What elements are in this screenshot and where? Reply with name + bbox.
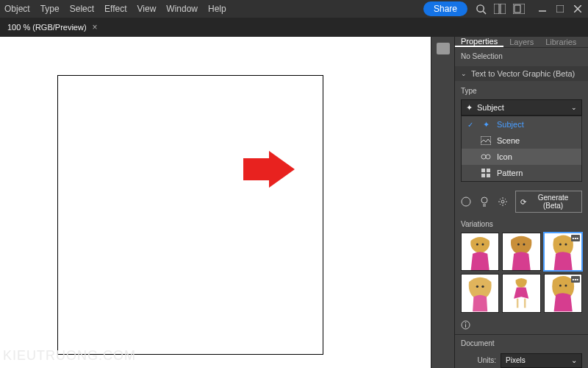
comments-icon[interactable] — [437, 43, 450, 54]
type-option-subject[interactable]: ✓ ✦ Subject — [462, 116, 581, 132]
svg-point-45 — [559, 285, 562, 287]
variation-thumb-2[interactable] — [502, 233, 540, 271]
svg-point-30 — [523, 244, 526, 246]
menubar: Object Type Select Effect View Window He… — [0, 0, 588, 18]
text-to-vector-title: Text to Vector Graphic (Beta) — [471, 69, 575, 78]
svg-point-29 — [517, 244, 520, 246]
share-button[interactable]: Share — [423, 1, 467, 16]
pattern-icon — [481, 168, 491, 178]
variation-thumb-5[interactable] — [502, 274, 540, 312]
svg-line-1 — [483, 11, 486, 14]
maximize-icon[interactable] — [554, 3, 566, 15]
no-selection-label: No Selection — [461, 52, 582, 60]
sparkle-icon: ✦ — [481, 119, 491, 130]
type-dropdown-value: Subject — [477, 103, 504, 112]
tab-layers[interactable]: Layers — [503, 37, 539, 47]
svg-point-18 — [462, 197, 470, 206]
menu-help[interactable]: Help — [208, 4, 226, 14]
canvas-area[interactable]: KIEUTRUONG.COM — [0, 37, 431, 368]
sparkle-icon: ✦ — [466, 103, 473, 113]
type-option-pattern[interactable]: Pattern — [462, 165, 581, 181]
svg-point-12 — [481, 155, 486, 159]
svg-point-33 — [559, 244, 562, 246]
svg-rect-16 — [481, 174, 485, 177]
chevron-down-icon: ⌄ — [461, 70, 467, 77]
svg-point-46 — [564, 285, 567, 287]
type-dropdown[interactable]: ✦ Subject ⌄ — [461, 99, 582, 116]
variation-thumb-3[interactable]: ••• — [544, 233, 582, 271]
svg-point-22 — [501, 200, 504, 203]
svg-rect-5 — [514, 5, 520, 13]
menu-effect[interactable]: Effect — [104, 4, 126, 14]
svg-point-13 — [486, 155, 490, 159]
menu-view[interactable]: View — [137, 4, 157, 14]
annotation-arrow — [243, 151, 295, 188]
icon-type-icon — [481, 152, 491, 162]
generate-icon: ⟳ — [520, 198, 526, 206]
info-icon[interactable] — [461, 320, 582, 330]
generate-label: Generate (Beta) — [529, 194, 577, 210]
svg-rect-17 — [487, 174, 490, 177]
tab-close-icon[interactable]: × — [93, 22, 98, 32]
units-label: Units: — [461, 356, 496, 364]
menu-type[interactable]: Type — [40, 4, 60, 14]
svg-point-0 — [476, 4, 483, 11]
more-icon[interactable]: ••• — [571, 235, 580, 241]
variation-thumb-4[interactable] — [461, 274, 499, 312]
svg-point-19 — [481, 197, 487, 203]
svg-point-49 — [465, 322, 467, 323]
type-option-label: Subject — [497, 120, 524, 129]
variations-label: Variations — [461, 220, 582, 228]
type-option-label: Pattern — [497, 169, 523, 177]
type-option-icon[interactable]: Icon — [462, 149, 581, 165]
svg-rect-3 — [501, 4, 506, 14]
variation-thumb-1[interactable] — [461, 233, 499, 271]
svg-rect-7 — [556, 5, 564, 13]
check-icon: ✓ — [467, 121, 475, 129]
color-picker-icon[interactable] — [461, 196, 472, 208]
document-tab-label: 100 % (RGB/Preview) — [7, 23, 87, 32]
units-select[interactable]: Pixels⌄ — [501, 353, 582, 368]
chevron-down-icon: ⌄ — [571, 104, 577, 111]
lightbulb-icon[interactable] — [479, 196, 490, 208]
svg-point-38 — [481, 286, 484, 288]
more-icon[interactable]: ••• — [571, 276, 580, 283]
minimize-icon[interactable] — [537, 3, 548, 15]
collapsed-panel-strip — [431, 37, 454, 368]
svg-point-26 — [481, 244, 484, 246]
variation-thumb-6[interactable]: ••• — [544, 274, 582, 312]
svg-point-34 — [564, 244, 567, 246]
document-section-title: Document — [461, 339, 582, 347]
svg-point-37 — [476, 286, 478, 288]
svg-point-25 — [476, 244, 478, 246]
tab-libraries[interactable]: Libraries — [539, 37, 582, 47]
close-icon[interactable] — [572, 3, 584, 15]
svg-rect-14 — [481, 169, 485, 172]
scene-icon — [481, 135, 491, 146]
type-dropdown-menu: ✓ ✦ Subject Scene Icon Pattern — [461, 116, 582, 182]
gear-icon[interactable] — [497, 196, 508, 208]
type-option-label: Scene — [497, 136, 520, 145]
svg-rect-2 — [494, 4, 499, 14]
tab-properties[interactable]: Properties — [455, 37, 503, 47]
workspace-icon[interactable] — [513, 3, 525, 15]
menu-window[interactable]: Window — [166, 4, 198, 14]
properties-panel: Properties Layers Libraries No Selection… — [454, 37, 588, 368]
generate-button[interactable]: ⟳ Generate (Beta) — [515, 191, 582, 213]
svg-rect-15 — [487, 169, 490, 172]
document-tab[interactable]: 100 % (RGB/Preview) × — [0, 18, 105, 37]
search-icon[interactable] — [475, 3, 487, 15]
type-option-scene[interactable]: Scene — [462, 132, 581, 149]
menu-object[interactable]: Object — [4, 4, 30, 14]
document-tab-bar: 100 % (RGB/Preview) × — [0, 18, 588, 37]
artboard-rectangle[interactable] — [57, 75, 323, 355]
watermark-text: KIEUTRUONG.COM — [3, 348, 136, 364]
chevron-down-icon: ⌄ — [571, 356, 577, 364]
svg-marker-10 — [243, 151, 295, 188]
menu-select[interactable]: Select — [70, 4, 94, 14]
text-to-vector-header[interactable]: ⌄ Text to Vector Graphic (Beta) — [455, 66, 588, 81]
arrange-documents-icon[interactable] — [494, 3, 506, 15]
type-label: Type — [461, 87, 582, 95]
type-option-label: Icon — [497, 152, 512, 161]
